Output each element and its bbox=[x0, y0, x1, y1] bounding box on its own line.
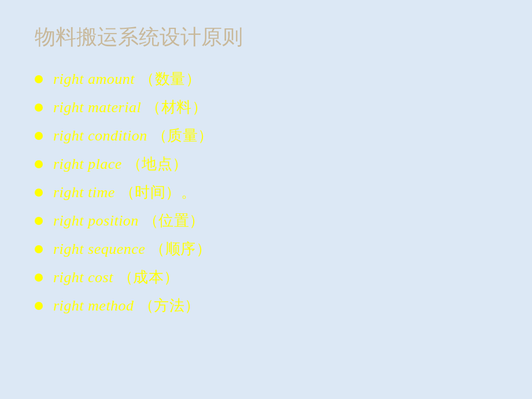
list-item-6: right position（位置） bbox=[35, 210, 497, 231]
bullet-icon bbox=[35, 274, 43, 282]
list-item-8: right cost（成本） bbox=[35, 267, 497, 287]
item-chinese-5: （时间）。 bbox=[120, 184, 197, 201]
item-text-9: right method（方法） bbox=[53, 295, 200, 316]
list-item-1: right amount（数量） bbox=[35, 69, 497, 89]
bullet-icon bbox=[35, 75, 43, 83]
item-text-7: right sequence（顺序） bbox=[53, 239, 211, 259]
item-english-8: right cost bbox=[53, 269, 113, 286]
list-item-9: right method（方法） bbox=[35, 295, 497, 316]
item-text-6: right position（位置） bbox=[53, 210, 205, 231]
slide: 物料搬运系统设计原则 right amount（数量）right materia… bbox=[0, 0, 532, 399]
slide-title: 物料搬运系统设计原则 bbox=[35, 23, 497, 51]
item-chinese-7: （顺序） bbox=[150, 241, 211, 257]
item-chinese-8: （成本） bbox=[118, 269, 179, 286]
item-chinese-6: （位置） bbox=[143, 212, 205, 229]
list-item-2: right material（材料） bbox=[35, 97, 497, 117]
item-english-4: right place bbox=[53, 156, 122, 172]
item-text-4: right place（地点） bbox=[53, 154, 188, 174]
bullet-icon bbox=[35, 189, 43, 197]
item-chinese-3: （质量） bbox=[152, 127, 213, 144]
item-english-3: right condition bbox=[53, 127, 147, 144]
list-item-4: right place（地点） bbox=[35, 154, 497, 174]
bullet-icon bbox=[35, 132, 43, 140]
item-english-6: right position bbox=[53, 212, 139, 229]
bullet-icon bbox=[35, 217, 43, 225]
item-text-1: right amount（数量） bbox=[53, 69, 201, 89]
item-english-1: right amount bbox=[53, 71, 135, 87]
item-english-5: right time bbox=[53, 184, 115, 201]
item-text-3: right condition（质量） bbox=[53, 125, 213, 146]
bullet-icon bbox=[35, 245, 43, 253]
list-item-3: right condition（质量） bbox=[35, 125, 497, 146]
bullet-icon bbox=[35, 302, 43, 310]
item-chinese-4: （地点） bbox=[127, 156, 188, 172]
item-text-5: right time（时间）。 bbox=[53, 182, 196, 202]
item-text-8: right cost（成本） bbox=[53, 267, 179, 287]
item-english-2: right material bbox=[53, 99, 141, 116]
item-chinese-1: （数量） bbox=[139, 71, 201, 87]
item-chinese-2: （材料） bbox=[146, 99, 207, 116]
list-item-5: right time（时间）。 bbox=[35, 182, 497, 202]
item-english-7: right sequence bbox=[53, 241, 145, 257]
bullet-icon bbox=[35, 160, 43, 168]
item-text-2: right material（材料） bbox=[53, 97, 207, 117]
item-chinese-9: （方法） bbox=[139, 297, 200, 314]
item-english-9: right method bbox=[53, 297, 134, 314]
bullet-icon bbox=[35, 104, 43, 112]
list-item-7: right sequence（顺序） bbox=[35, 239, 497, 259]
principles-list: right amount（数量）right material（材料）right … bbox=[35, 69, 497, 316]
